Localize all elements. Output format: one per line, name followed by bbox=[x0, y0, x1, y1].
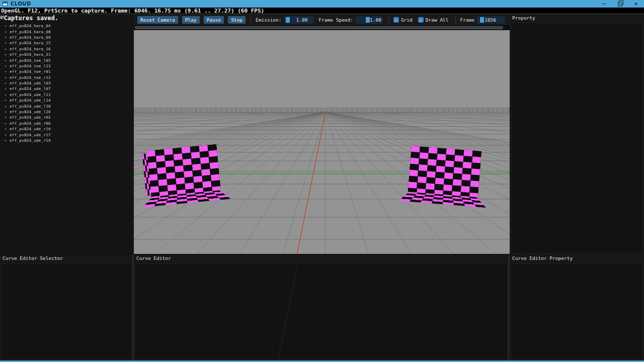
tree-expand-icon[interactable]: ► bbox=[5, 105, 8, 108]
draw-all-checkbox[interactable]: ✓ Draw All bbox=[418, 17, 449, 23]
status-bar: OpenGL. F12, PrtScrn to capture. Frame: … bbox=[0, 8, 644, 14]
tree-expand-icon[interactable]: ► bbox=[5, 82, 8, 84]
tree-expand-icon[interactable]: ► bbox=[5, 76, 8, 79]
viewport-3d[interactable] bbox=[134, 30, 510, 254]
close-icon: × bbox=[634, 1, 638, 7]
tree-expand-icon[interactable]: ► bbox=[5, 99, 8, 102]
tree-expand-icon[interactable]: ► bbox=[5, 31, 8, 33]
tree-expand-icon[interactable]: ► bbox=[5, 25, 8, 27]
tree-expand-icon[interactable]: ► bbox=[5, 70, 8, 73]
capture-list-item[interactable]: ► eff_pv824_ude_l20 bbox=[0, 109, 134, 115]
capture-list-item[interactable]: ► eff_pv824_toe_r01 bbox=[0, 69, 134, 74]
curve-editor-title: Curve Editor bbox=[134, 255, 509, 262]
tree-expand-icon[interactable]: ► bbox=[5, 111, 8, 113]
restore-icon bbox=[618, 2, 622, 7]
draw-all-checkbox-label: Draw All bbox=[426, 17, 449, 23]
viewport-scrollbar[interactable] bbox=[134, 25, 510, 30]
tree-expand-icon[interactable]: ► bbox=[5, 42, 8, 44]
capture-list-item[interactable]: ► eff_pv824_ude_r19 bbox=[0, 138, 134, 143]
console-message: 0fCaptures saved. bbox=[0, 15, 134, 22]
tree-expand-icon[interactable]: ► bbox=[5, 128, 8, 130]
emission-input[interactable]: 1.00 bbox=[284, 16, 314, 24]
capture-item-label: eff_pv824_hara_21 bbox=[10, 52, 51, 57]
tree-expand-icon[interactable]: ► bbox=[5, 139, 8, 142]
capture-list-item[interactable]: ► eff_pv824_ude_r02 bbox=[0, 115, 134, 120]
capture-item-label: eff_pv824_toe_l05 bbox=[10, 58, 51, 63]
tree-expand-icon[interactable]: ► bbox=[5, 122, 8, 125]
close-button[interactable]: × bbox=[628, 0, 644, 8]
grid-checkbox-label: Grid bbox=[401, 17, 413, 23]
titlebar: CLOUD – × bbox=[0, 0, 644, 8]
capture-item-label: eff_pv824_toe_r01 bbox=[10, 69, 51, 74]
curve-editor-selector-body[interactable] bbox=[1, 263, 132, 359]
frame-speed-input[interactable]: 1.00 bbox=[356, 16, 383, 24]
capture-list-item[interactable]: ► eff_pv824_ude_l18 bbox=[0, 103, 134, 109]
capture-item-label: eff_pv824_ude_r17 bbox=[10, 133, 51, 137]
viewport-toolbar: Reset Camera Play Pause Stop Emission: 1… bbox=[134, 15, 510, 25]
reset-camera-button[interactable]: Reset Camera bbox=[137, 16, 178, 24]
capture-item-label: eff_pv824_ude_r10 bbox=[10, 127, 51, 131]
capture-list-item[interactable]: ► eff_pv824_ude_r06 bbox=[0, 121, 134, 126]
pause-button[interactable]: Pause bbox=[204, 16, 224, 24]
capture-list-item[interactable]: ► eff_pv824_hara_15 bbox=[0, 40, 134, 46]
tree-expand-icon[interactable]: ► bbox=[5, 87, 8, 90]
cube-front-face bbox=[146, 144, 221, 197]
capture-item-label: eff_pv824_ude_r06 bbox=[10, 121, 51, 126]
tree-expand-icon[interactable]: ► bbox=[5, 94, 8, 96]
capture-list-item[interactable]: ► eff_pv824_ude_l03 bbox=[0, 80, 134, 86]
property-panel-title: Property bbox=[510, 15, 644, 22]
curve-segment bbox=[276, 266, 298, 362]
capture-item-label: eff_pv824_hara_09 bbox=[10, 35, 51, 40]
capture-list-item[interactable]: ► eff_pv824_toe_l05 bbox=[0, 57, 134, 63]
toolbar-divider bbox=[388, 17, 389, 24]
tree-expand-icon[interactable]: ► bbox=[5, 36, 8, 39]
frame-input[interactable]: 1656 bbox=[477, 16, 505, 24]
emission-value: 1.00 bbox=[296, 17, 308, 23]
capture-panel: 0fCaptures saved. ► eff_pv824_hara_04 ► … bbox=[0, 15, 134, 255]
capture-item-label: eff_pv824_hara_04 bbox=[10, 24, 51, 28]
capture-list-item[interactable]: ► eff_pv824_ude_r17 bbox=[0, 132, 134, 137]
status-text: OpenGL. F12, PrtScrn to capture. Frame: … bbox=[1, 8, 264, 14]
tree-expand-icon[interactable]: ► bbox=[5, 116, 8, 119]
toolbar-divider bbox=[251, 17, 251, 24]
tree-expand-icon[interactable]: ► bbox=[5, 48, 8, 50]
grid-checkbox[interactable]: ✓ Grid bbox=[393, 17, 413, 23]
capture-list-item[interactable]: ► eff_pv824_hara_09 bbox=[0, 35, 134, 40]
text-cursor bbox=[480, 17, 484, 23]
capture-item-label: eff_pv824_ude_l07 bbox=[10, 86, 51, 91]
capture-item-label: eff_pv824_ude_l18 bbox=[10, 104, 51, 109]
capture-list-item[interactable]: ► eff_pv824_hara_16 bbox=[0, 46, 134, 52]
capture-list-item[interactable]: ► eff_pv824_ude_l14 bbox=[0, 98, 134, 103]
capture-list-item[interactable]: ► eff_pv824_toe_l13 bbox=[0, 63, 134, 69]
cube-front-face bbox=[408, 146, 481, 198]
curve-editor-property-body bbox=[511, 263, 643, 359]
checkbox-check-icon: ✓ bbox=[418, 17, 424, 23]
frame-speed-value: 1.00 bbox=[370, 17, 381, 23]
tree-expand-icon[interactable]: ► bbox=[5, 65, 8, 67]
curve-editor-body[interactable] bbox=[135, 263, 508, 359]
tree-expand-icon[interactable]: ► bbox=[5, 59, 8, 62]
capture-list-item[interactable]: ► eff_pv824_toe_r12 bbox=[0, 75, 134, 80]
tree-expand-icon[interactable]: ► bbox=[5, 134, 8, 136]
play-button[interactable]: Play bbox=[182, 16, 200, 24]
capture-item-label: eff_pv824_hara_15 bbox=[10, 41, 51, 45]
restore-button[interactable] bbox=[612, 0, 628, 8]
stop-button[interactable]: Stop bbox=[228, 16, 246, 24]
tree-expand-icon[interactable]: ► bbox=[5, 53, 8, 56]
frame-value: 1656 bbox=[485, 17, 496, 23]
particle-cube-right bbox=[407, 146, 482, 209]
capture-list-item[interactable]: ► eff_pv824_hara_08 bbox=[0, 29, 134, 34]
minimize-button[interactable]: – bbox=[596, 0, 612, 8]
capture-list-item[interactable]: ► eff_pv824_hara_21 bbox=[0, 52, 134, 57]
curve-editor-property-panel: Curve Editor Property bbox=[510, 255, 644, 360]
ground-grid bbox=[134, 30, 510, 254]
curve-editor-property-title: Curve Editor Property bbox=[510, 255, 644, 262]
curve-editor-selector-title: Curve Editor Selector bbox=[0, 255, 133, 262]
scrollbar-thumb[interactable] bbox=[135, 26, 503, 29]
capture-list-item[interactable]: ► eff_pv824_ude_r10 bbox=[0, 126, 134, 132]
capture-list-item[interactable]: ► eff_pv824_ude_l07 bbox=[0, 86, 134, 92]
capture-list-item[interactable]: ► eff_pv824_hara_04 bbox=[0, 23, 134, 29]
capture-item-label: eff_pv824_toe_r12 bbox=[10, 75, 51, 80]
text-cursor bbox=[366, 17, 370, 23]
capture-list-item[interactable]: ► eff_pv824_ude_l11 bbox=[0, 92, 134, 98]
